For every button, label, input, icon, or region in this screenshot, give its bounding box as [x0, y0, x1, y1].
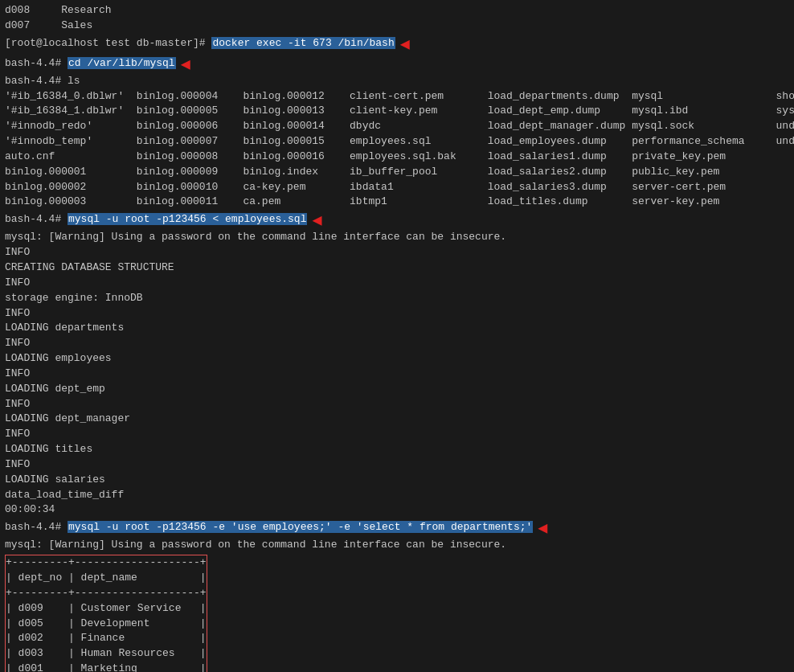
prompt-docker: [root@localhost test db-master]# docker …: [5, 36, 395, 51]
line-info5: INFO: [5, 367, 789, 382]
line-load-dept-emp: LOADING dept_emp: [5, 382, 789, 397]
line-warning1: mysql: [Warning] Using a password on the…: [5, 230, 789, 245]
line-files7: binlog.000002 binlog.000010 ca-key.pem i…: [5, 180, 789, 195]
line-sales: d007 Sales: [5, 18, 789, 34]
line-files1: '#ib_16384_0.dblwr' binlog.000004 binlog…: [5, 89, 789, 104]
terminal: d008 Research d007 Sales [root@localhost…: [0, 0, 794, 672]
line-info4: INFO: [5, 336, 789, 351]
cmd-cd-text: cd /var/lib/mysql: [68, 57, 176, 69]
table1-row3: | d003 | Human Resources |: [6, 647, 207, 659]
cmd-mysql-import: bash-4.4# mysql -u root -p123456 < emplo…: [5, 210, 789, 230]
prompt-text: [root@localhost test db-master]#: [5, 37, 211, 49]
line-files5: auto.cnf binlog.000008 binlog.000016 emp…: [5, 150, 789, 165]
line-creating: CREATING DATABASE STRUCTURE: [5, 260, 789, 276]
line-load-emp: LOADING employees: [5, 351, 789, 367]
cmd-text: docker exec -it 673 /bin/bash: [211, 37, 395, 49]
table1: +---------+--------------------+ | dept_…: [5, 555, 207, 672]
table1-row0: | d009 | Customer Service |: [6, 602, 207, 614]
table1-divider: +---------+--------------------+: [6, 587, 207, 599]
line-engine: storage engine: InnoDB: [5, 291, 789, 306]
line-info8: INFO: [5, 457, 789, 473]
cmd-mysql-select: bash-4.4# mysql -u root -p123456 -e 'use…: [5, 518, 789, 538]
table1-col-header: | dept_no | dept_name |: [6, 572, 207, 584]
prompt-cd-text: bash-4.4#: [5, 57, 68, 69]
table1-row4: | d001 | Marketing |: [6, 662, 207, 672]
line-ls: bash-4.4# ls: [5, 74, 789, 89]
line-files4: '#innodb_temp' binlog.000007 binlog.0000…: [5, 134, 789, 150]
line-info3: INFO: [5, 306, 789, 322]
line-load-titles: LOADING titles: [5, 442, 789, 457]
line-load-dept: LOADING departments: [5, 321, 789, 336]
prompt-select-text: bash-4.4#: [5, 521, 68, 533]
arrow-cd: ◀: [181, 54, 190, 74]
cmd-mysql-text: mysql -u root -p123456 < employees.sql: [68, 213, 307, 225]
line-files2: '#ib_16384_1.dblwr' binlog.000005 binlog…: [5, 104, 789, 119]
prompt-cd: bash-4.4# cd /var/lib/mysql: [5, 56, 176, 72]
line-time-val: 00:00:34: [5, 502, 789, 518]
line-info1: INFO: [5, 245, 789, 260]
line-load-salaries: LOADING salaries: [5, 473, 789, 488]
arrow-select: ◀: [538, 518, 547, 538]
line-data-time: data_load_time_diff: [5, 488, 789, 503]
arrow-docker: ◀: [400, 34, 410, 54]
line-warning2: mysql: [Warning] Using a password on the…: [5, 538, 789, 553]
prompt-select: bash-4.4# mysql -u root -p123456 -e 'use…: [5, 520, 533, 535]
table1-row1: | d005 | Development |: [6, 617, 207, 629]
line-info2: INFO: [5, 276, 789, 291]
prompt-mysql-text: bash-4.4#: [5, 213, 68, 225]
prompt-mysql: bash-4.4# mysql -u root -p123456 < emplo…: [5, 212, 307, 227]
line-info7: INFO: [5, 427, 789, 442]
cmd-select-text: mysql -u root -p123456 -e 'use employees…: [68, 521, 533, 533]
table1-row2: | d002 | Finance |: [6, 632, 207, 644]
line-files3: '#innodb_redo' binlog.000006 binlog.0000…: [5, 119, 789, 134]
table1-header: +---------+--------------------+: [6, 556, 207, 568]
line-files8: binlog.000003 binlog.000011 ca.pem ibtmp…: [5, 195, 789, 210]
arrow-mysql: ◀: [312, 210, 321, 230]
cmd-cd: bash-4.4# cd /var/lib/mysql ◀: [5, 54, 789, 74]
line-info6: INFO: [5, 397, 789, 412]
line-files6: binlog.000001 binlog.000009 binlog.index…: [5, 165, 789, 180]
cmd-docker: [root@localhost test db-master]# docker …: [5, 34, 789, 54]
line-research: d008 Research: [5, 3, 789, 18]
line-load-mgr: LOADING dept_manager: [5, 412, 789, 427]
